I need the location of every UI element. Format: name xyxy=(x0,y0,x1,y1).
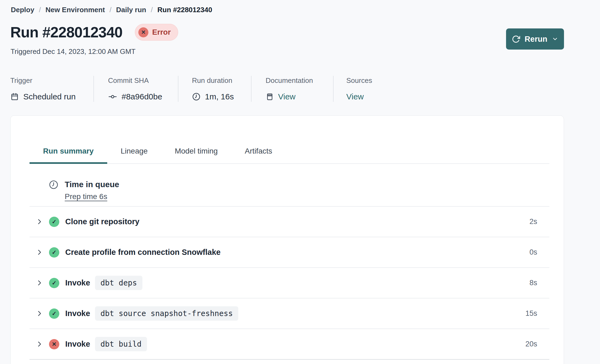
step-title: Invoke xyxy=(65,340,90,349)
documentation-view-link[interactable]: View xyxy=(278,92,295,102)
document-icon xyxy=(266,92,274,101)
clock-icon xyxy=(192,92,201,101)
x-circle-icon: ✕ xyxy=(49,339,59,349)
check-circle-icon: ✓ xyxy=(49,278,59,288)
meta-sources-label: Sources xyxy=(346,76,372,84)
step-title: Invoke xyxy=(65,309,90,318)
git-commit-icon xyxy=(108,92,117,101)
tab-bar: Run summary Lineage Model timing Artifac… xyxy=(30,142,549,164)
breadcrumb-item-job[interactable]: Daily run xyxy=(116,5,146,14)
tab-run-summary[interactable]: Run summary xyxy=(30,142,107,164)
meta-commit-value: #8a96d0be xyxy=(122,92,162,102)
step-command-chip: dbt deps xyxy=(95,276,142,290)
meta-documentation: Documentation View xyxy=(251,76,333,102)
sources-view-link[interactable]: View xyxy=(346,92,364,102)
status-badge: ✕ Error xyxy=(135,24,178,41)
calendar-icon xyxy=(10,92,19,101)
time-in-queue-block: Time in queue Prep time 6s xyxy=(30,164,549,207)
step-title: Create profile from connection Snowflake xyxy=(65,248,221,257)
breadcrumb: Deploy / New Environment / Daily run / R… xyxy=(0,0,600,14)
status-badge-label: Error xyxy=(152,28,171,37)
tab-artifacts[interactable]: Artifacts xyxy=(231,142,286,164)
time-in-queue-title: Time in queue xyxy=(65,180,119,189)
rerun-button-label: Rerun xyxy=(525,35,547,44)
step-row-invoke-dbt-build[interactable]: ✕ Invoke dbt build 20s xyxy=(30,329,549,360)
step-title: Invoke xyxy=(65,278,90,287)
breadcrumb-separator: / xyxy=(39,5,41,14)
meta-run-duration: Run duration 1m, 16s xyxy=(178,76,251,102)
clock-icon xyxy=(48,180,59,190)
breadcrumb-separator: / xyxy=(151,5,153,14)
meta-trigger: Trigger Scheduled run xyxy=(10,76,93,102)
x-circle-icon: ✕ xyxy=(138,27,148,37)
check-circle-icon: ✓ xyxy=(49,308,59,319)
step-duration: 2s xyxy=(529,217,549,226)
meta-trigger-label: Trigger xyxy=(10,76,93,84)
step-row-create-profile[interactable]: ✓ Create profile from connection Snowfla… xyxy=(30,237,549,268)
meta-sources: Sources View xyxy=(333,76,372,102)
run-summary-card: Run summary Lineage Model timing Artifac… xyxy=(10,115,564,364)
run-detail-page: Deploy / New Environment / Daily run / R… xyxy=(0,0,600,364)
step-row-invoke-dbt-deps[interactable]: ✓ Invoke dbt deps 8s xyxy=(30,268,549,298)
meta-duration-value: 1m, 16s xyxy=(205,92,234,102)
step-duration: 8s xyxy=(529,279,549,287)
step-duration: 15s xyxy=(525,309,549,318)
step-command-chip: dbt source snapshot-freshness xyxy=(95,306,238,321)
run-meta-row: Trigger Scheduled run Commit SHA xyxy=(10,76,600,102)
chevron-down-icon xyxy=(552,36,558,42)
step-duration: 20s xyxy=(525,340,549,348)
check-circle-icon: ✓ xyxy=(49,247,59,258)
tab-lineage[interactable]: Lineage xyxy=(107,142,161,164)
breadcrumb-item-run: Run #228012340 xyxy=(157,5,212,14)
step-duration: 0s xyxy=(529,248,549,256)
rotate-cw-icon xyxy=(512,35,520,43)
tab-model-timing[interactable]: Model timing xyxy=(161,142,231,164)
chevron-right-icon[interactable] xyxy=(36,279,43,287)
chevron-right-icon[interactable] xyxy=(36,249,43,256)
step-command-chip: dbt build xyxy=(95,337,147,351)
breadcrumb-item-deploy[interactable]: Deploy xyxy=(11,5,34,14)
step-row-clone-git-repository[interactable]: ✓ Clone git repository 2s xyxy=(30,207,549,237)
meta-trigger-value: Scheduled run xyxy=(23,92,76,102)
page-title: Run #228012340 xyxy=(10,23,122,41)
step-row-invoke-dbt-source-freshness[interactable]: ✓ Invoke dbt source snapshot-freshness 1… xyxy=(30,298,549,329)
chevron-right-icon[interactable] xyxy=(36,340,43,348)
meta-documentation-label: Documentation xyxy=(266,76,333,84)
meta-commit-label: Commit SHA xyxy=(108,76,178,84)
rerun-button[interactable]: Rerun xyxy=(506,28,564,50)
chevron-right-icon[interactable] xyxy=(36,218,43,225)
breadcrumb-separator: / xyxy=(110,5,112,14)
meta-commit-sha: Commit SHA #8a96d0be xyxy=(93,76,178,102)
step-title: Clone git repository xyxy=(65,217,139,226)
breadcrumb-item-environment[interactable]: New Environment xyxy=(45,5,105,14)
check-circle-icon: ✓ xyxy=(49,217,59,227)
meta-duration-label: Run duration xyxy=(192,76,251,84)
chevron-right-icon[interactable] xyxy=(36,310,43,317)
prep-time-link[interactable]: Prep time 6s xyxy=(65,192,107,201)
